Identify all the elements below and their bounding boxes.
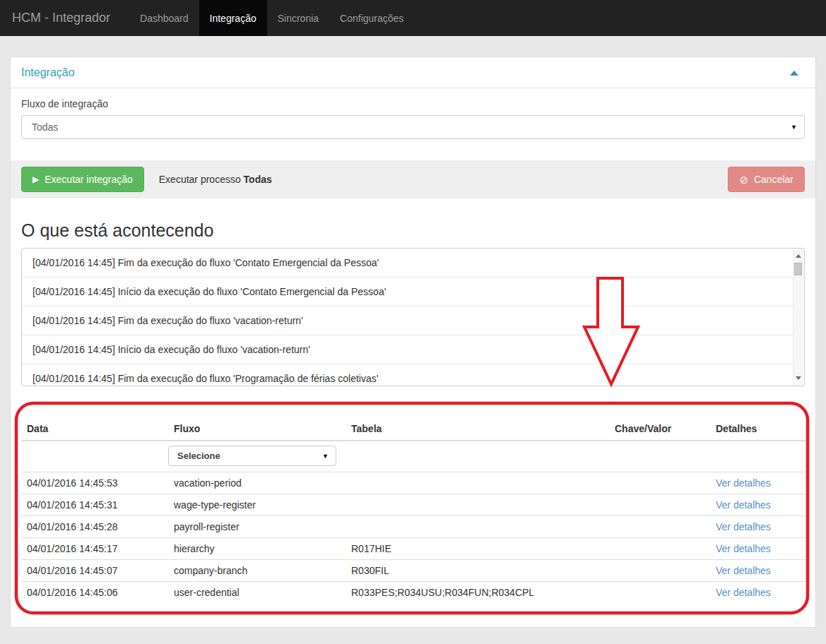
filter-row: Selecione ▼: [21, 441, 806, 472]
fluxo-filter-select[interactable]: Selecione ▼: [168, 446, 336, 466]
results-table: Data Fluxo Tabela Chave/Valor Detalhes S…: [21, 417, 806, 603]
cell-fluxo: vacation-period: [168, 472, 346, 494]
execute-integration-button[interactable]: ▶ Executar integração: [21, 167, 144, 192]
cell-tabela: [346, 472, 609, 494]
table-row: 04/01/2016 14:45:28 payroll-register Ver…: [21, 516, 806, 538]
process-status-text: Executar processo Todas: [159, 174, 272, 185]
ver-detalhes-link[interactable]: Ver detalhes: [716, 587, 771, 598]
navbar: HCM - Integrador Dashboard Integração Si…: [0, 0, 826, 36]
cell-chave: [609, 516, 710, 538]
table-header-row: Data Fluxo Tabela Chave/Valor Detalhes: [21, 417, 806, 441]
ver-detalhes-link[interactable]: Ver detalhes: [716, 565, 771, 576]
log-scrollbar[interactable]: [793, 249, 803, 385]
ver-detalhes-link[interactable]: Ver detalhes: [716, 499, 771, 511]
cell-fluxo: payroll-register: [168, 516, 346, 538]
cell-tabela: R030FIL: [346, 560, 609, 582]
execute-button-label: Executar integração: [45, 172, 133, 186]
action-toolbar: ▶ Executar integração Executar processo …: [11, 160, 815, 198]
flow-select-label: Fluxo de integração: [21, 98, 805, 109]
panel-title: Integração: [21, 66, 75, 78]
cancel-button[interactable]: ⊘ Cancelar: [728, 167, 805, 192]
cell-data: 04/01/2016 14:45:17: [21, 538, 168, 560]
navbar-menu: Dashboard Integração Sincronia Configura…: [129, 0, 414, 36]
col-header-data: Data: [21, 417, 168, 441]
cell-chave: [609, 472, 710, 494]
process-text-static: Executar processo: [159, 174, 241, 185]
cell-data: 04/01/2016 14:45:06: [21, 582, 168, 604]
cell-data: 04/01/2016 14:45:53: [21, 472, 168, 494]
scroll-down-icon[interactable]: [793, 373, 803, 383]
ban-icon: ⊘: [739, 174, 748, 185]
cell-chave: [609, 582, 710, 604]
cell-data: 04/01/2016 14:45:07: [21, 560, 168, 582]
cell-data: 04/01/2016 14:45:31: [21, 494, 168, 516]
cell-fluxo: wage-type-register: [168, 494, 346, 516]
nav-item-integracao[interactable]: Integração: [199, 0, 267, 36]
nav-item-configuracoes[interactable]: Configurações: [329, 0, 414, 36]
cell-chave: [609, 538, 710, 560]
table-row: 04/01/2016 14:45:17 hierarchy R017HIE Ve…: [21, 538, 806, 560]
cell-tabela: R017HIE: [346, 538, 609, 560]
collapse-caret-up-icon[interactable]: [790, 71, 798, 76]
table-row: 04/01/2016 14:45:07 company-branch R030F…: [21, 560, 806, 582]
scroll-up-icon[interactable]: [793, 251, 803, 261]
ver-detalhes-link[interactable]: Ver detalhes: [716, 477, 771, 489]
panel-header: Integração: [11, 57, 815, 88]
log-item: [04/01/2016 14:45] Início da execução do…: [22, 335, 804, 364]
cell-fluxo: user-credential: [168, 582, 346, 604]
caret-down-icon: ▼: [322, 453, 329, 459]
main-container: Integração Fluxo de integração Todas ▼ ▶…: [10, 56, 816, 628]
table-row: 04/01/2016 14:45:31 wage-type-register V…: [21, 494, 806, 516]
nav-item-dashboard[interactable]: Dashboard: [129, 0, 199, 36]
cell-chave: [609, 494, 710, 516]
log-item: [04/01/2016 14:45] Fim da execução do fl…: [22, 306, 804, 335]
table-row: 04/01/2016 14:45:53 vacation-period Ver …: [21, 472, 806, 494]
col-header-chave-valor: Chave/Valor: [609, 417, 710, 441]
log-item: [04/01/2016 14:45] Início da execução do…: [22, 278, 804, 306]
col-header-tabela: Tabela: [346, 417, 609, 441]
integration-flow-select[interactable]: Todas ▼: [21, 115, 805, 139]
table-row: 04/01/2016 14:45:06 user-credential R033…: [21, 582, 806, 604]
cancel-button-label: Cancelar: [754, 172, 793, 186]
cell-tabela: R033PES;R034USU;R034FUN;R034CPL: [346, 582, 609, 604]
activity-heading: O que está acontecendo: [21, 220, 805, 241]
cell-tabela: [346, 494, 609, 516]
cell-fluxo: hierarchy: [168, 538, 346, 560]
nav-item-sincronia[interactable]: Sincronia: [267, 0, 329, 36]
ver-detalhes-link[interactable]: Ver detalhes: [716, 521, 771, 532]
play-icon: ▶: [33, 175, 39, 184]
cell-fluxo: company-branch: [168, 560, 346, 582]
scrollbar-thumb[interactable]: [794, 263, 802, 275]
ver-detalhes-link[interactable]: Ver detalhes: [716, 543, 771, 554]
activity-log-list: [04/01/2016 14:45] Fim da execução do fl…: [21, 248, 805, 386]
log-item: [04/01/2016 14:45] Fim da execução do fl…: [22, 249, 804, 278]
caret-down-icon: ▼: [791, 124, 797, 131]
navbar-brand[interactable]: HCM - Integrador: [1, 0, 121, 36]
integration-panel: Integração Fluxo de integração Todas ▼ ▶…: [10, 56, 816, 628]
flow-select-value: Todas: [32, 121, 58, 133]
process-text-value: Todas: [244, 174, 272, 185]
log-item: [04/01/2016 14:45] Fim da execução do fl…: [22, 364, 804, 386]
col-header-detalhes: Detalhes: [710, 417, 806, 441]
panel-body: Fluxo de integração Todas ▼ ▶ Executar i…: [11, 88, 815, 627]
fluxo-filter-value: Selecione: [177, 451, 220, 461]
cell-tabela: [346, 516, 609, 538]
cell-data: 04/01/2016 14:45:28: [21, 516, 168, 538]
cell-chave: [609, 560, 710, 582]
col-header-fluxo: Fluxo: [168, 417, 346, 441]
